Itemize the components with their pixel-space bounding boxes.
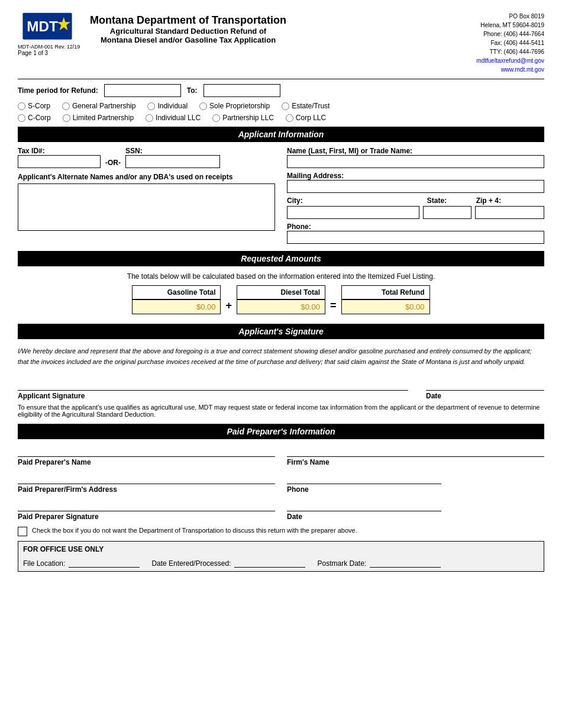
- radio-estate-trust-label: Estate/Trust: [292, 102, 330, 110]
- entity-type-row-2: C-Corp Limited Partnership Individual LL…: [18, 114, 544, 122]
- postmark-label: Postmark Date:: [317, 559, 366, 568]
- radio-limited-partnership[interactable]: Limited Partnership: [63, 114, 134, 122]
- radio-c-corp-input[interactable]: [18, 114, 25, 122]
- diesel-value: $0.00: [237, 299, 325, 314]
- zip-input[interactable]: [475, 206, 544, 219]
- ssn-input[interactable]: [125, 155, 220, 168]
- header-left: MDT MDT-ADM-001 Rev. 12/19 Page 1 of 3 M…: [18, 12, 286, 56]
- radio-individual-llc[interactable]: Individual LLC: [146, 114, 201, 122]
- postmark-field: Postmark Date:: [317, 557, 441, 568]
- applicant-right-col: Name (Last, First, MI) or Trade Name: Ma…: [281, 147, 544, 244]
- time-period-from-input[interactable]: [104, 84, 181, 97]
- preparer-sig-label: Paid Preparer Signature: [18, 513, 275, 521]
- preparer-firm-line[interactable]: [287, 444, 544, 457]
- radio-general-partnership[interactable]: General Partnership: [62, 102, 135, 110]
- requested-amounts-header: Requested Amounts: [18, 251, 544, 266]
- dba-input[interactable]: [18, 183, 275, 231]
- radio-partnership-llc-input[interactable]: [212, 114, 220, 122]
- preparer-name-label: Paid Preparer's Name: [18, 458, 275, 466]
- preparer-sig-line[interactable]: [18, 498, 275, 511]
- to-label: To:: [187, 86, 198, 95]
- radio-limited-partnership-input[interactable]: [63, 114, 70, 122]
- entity-type-row-1: S-Corp General Partnership Individual So…: [18, 102, 544, 110]
- radio-corp-llc-label: Corp LLC: [296, 114, 326, 122]
- preparer-phone-line[interactable]: [287, 471, 441, 484]
- radio-individual-llc-label: Individual LLC: [156, 114, 201, 122]
- radio-corp-llc-input[interactable]: [286, 114, 293, 122]
- radio-c-corp[interactable]: C-Corp: [18, 114, 51, 122]
- city-input[interactable]: [287, 206, 419, 219]
- or-text: -OR-: [105, 148, 121, 168]
- radio-individual-input[interactable]: [147, 102, 155, 110]
- phone-label: Phone:: [287, 223, 544, 231]
- fax: Fax: (406) 444-5411: [450, 38, 544, 47]
- amounts-table: Gasoline Total $0.00 + Diesel Total $0.0…: [18, 285, 544, 314]
- name-block: Name (Last, First, MI) or Trade Name:: [287, 147, 544, 168]
- radio-individual-llc-input[interactable]: [146, 114, 153, 122]
- tax-ssn-row: Tax ID#: -OR- SSN:: [18, 147, 275, 168]
- phone: Phone: (406) 444-7664: [450, 30, 544, 38]
- preparer-firm-col: Firm's Name: [287, 444, 544, 466]
- radio-individual[interactable]: Individual: [147, 102, 188, 110]
- preparer-sig-col: Paid Preparer Signature: [18, 498, 275, 521]
- state-input[interactable]: [423, 206, 471, 219]
- svg-text:MDT: MDT: [27, 18, 58, 34]
- tax-id-label: Tax ID#:: [18, 147, 101, 155]
- file-location-line[interactable]: [69, 557, 140, 568]
- tax-id-input[interactable]: [18, 155, 101, 168]
- radio-limited-partnership-label: Limited Partnership: [73, 114, 134, 122]
- signature-header: Applicant's Signature: [18, 324, 544, 339]
- email-link[interactable]: mdtfueltaxrefund@mt.gov: [476, 57, 544, 64]
- applicant-sig-block: Applicant Signature: [18, 374, 408, 400]
- name-input[interactable]: [287, 155, 544, 168]
- date-entered-line[interactable]: [234, 557, 305, 568]
- preparer-address-line[interactable]: [18, 471, 275, 484]
- preparer-section: Paid Preparer's Name Firm's Name Paid Pr…: [18, 444, 544, 536]
- applicant-left-col: Tax ID#: -OR- SSN: Applicant's Alternate…: [18, 147, 281, 244]
- phone-input[interactable]: [287, 231, 544, 244]
- tax-id-block: Tax ID#:: [18, 147, 101, 168]
- preparer-address-phone-row: Paid Preparer/Firm's Address Phone: [18, 471, 544, 494]
- preparer-check-box[interactable]: [18, 527, 27, 536]
- radio-estate-trust-input[interactable]: [282, 102, 289, 110]
- subtitle-line2: Agricultural Standard Deduction Refund o…: [90, 27, 286, 36]
- office-use-row: File Location: Date Entered/Processed: P…: [23, 557, 539, 568]
- preparer-firm-label: Firm's Name: [287, 458, 544, 466]
- diesel-header: Diesel Total: [237, 285, 325, 299]
- radio-sole-proprietorship-input[interactable]: [199, 102, 207, 110]
- preparer-name-col: Paid Preparer's Name: [18, 444, 275, 466]
- mailing-block: Mailing Address:: [287, 172, 544, 193]
- preparer-name-line[interactable]: [18, 444, 275, 457]
- preparer-sig-date-row: Paid Preparer Signature Date: [18, 498, 544, 521]
- file-location-field: File Location:: [23, 557, 140, 568]
- radio-general-partnership-input[interactable]: [62, 102, 70, 110]
- logo-box: MDT MDT-ADM-001 Rev. 12/19 Page 1 of 3: [18, 12, 83, 56]
- applicant-sig-line[interactable]: [18, 374, 408, 391]
- subtitle-line3: Montana Diesel and/or Gasoline Tax Appli…: [90, 36, 286, 44]
- dba-section: Applicant's Alternate Names and/or any D…: [18, 173, 275, 233]
- tty: TTY: (406) 444-7696: [450, 47, 544, 56]
- total-header: Total Refund: [341, 285, 430, 299]
- radio-partnership-llc[interactable]: Partnership LLC: [212, 114, 274, 122]
- preparer-date-label: Date: [287, 513, 544, 521]
- radio-s-corp-input[interactable]: [18, 102, 25, 110]
- preparer-phone-col: Phone: [287, 471, 544, 494]
- postmark-line[interactable]: [370, 557, 441, 568]
- preparer-name-firm-row: Paid Preparer's Name Firm's Name: [18, 444, 544, 466]
- radio-s-corp[interactable]: S-Corp: [18, 102, 50, 110]
- radio-sole-proprietorship[interactable]: Sole Proprietorship: [199, 102, 270, 110]
- time-period-to-input[interactable]: [204, 84, 280, 97]
- radio-corp-llc[interactable]: Corp LLC: [286, 114, 326, 122]
- preparer-address-col: Paid Preparer/Firm's Address: [18, 471, 275, 494]
- mailing-input[interactable]: [287, 180, 544, 193]
- website-link[interactable]: www.mdt.mt.gov: [501, 66, 544, 73]
- dba-label: Applicant's Alternate Names and/or any D…: [18, 173, 275, 181]
- date-entered-label: Date Entered/Processed:: [151, 559, 231, 568]
- city-label: City:: [287, 197, 424, 205]
- preparer-phone-label: Phone: [287, 485, 544, 494]
- sig-date-line[interactable]: [426, 374, 544, 391]
- applicant-info-header: Applicant Information: [18, 127, 544, 142]
- radio-estate-trust[interactable]: Estate/Trust: [282, 102, 330, 110]
- address-line1: PO Box 8019: [450, 12, 544, 21]
- preparer-date-line[interactable]: [287, 498, 441, 511]
